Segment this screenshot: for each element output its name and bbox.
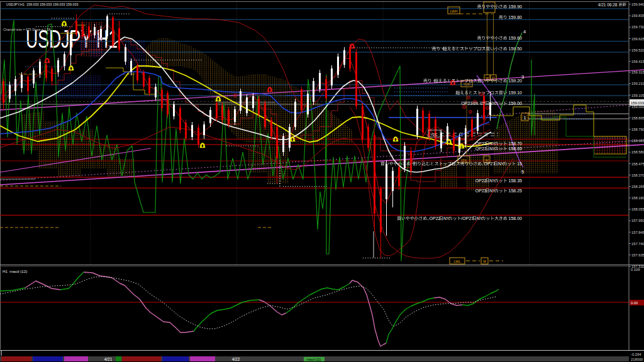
svg-text:NY: NY xyxy=(489,101,496,106)
svg-text:USDJPY,H1 159.033 159.033 159: USDJPY,H1 159.033 159.033 159.033 159.03… xyxy=(6,3,78,6)
svg-text:159.033: 159.033 xyxy=(631,101,644,105)
svg-text:YDL: YDL xyxy=(460,158,467,162)
svg-text:159.835: 159.835 xyxy=(631,14,644,18)
svg-text:0.109: 0.109 xyxy=(631,268,640,272)
svg-text:H1 macd (12): H1 macd (12) xyxy=(3,269,27,273)
svg-text:159.90: 159.90 xyxy=(508,4,522,9)
svg-text:159.10: 159.10 xyxy=(508,90,522,95)
svg-text:NY: NY xyxy=(489,146,496,151)
svg-text:4/21: 4/21 xyxy=(104,357,113,361)
svg-text:159.105: 159.105 xyxy=(631,94,644,97)
svg-text:158.00: 158.00 xyxy=(508,216,522,221)
svg-text:NY: NY xyxy=(489,189,496,193)
svg-text:218000: 218000 xyxy=(631,358,643,361)
svg-text:158.685: 158.685 xyxy=(631,139,644,143)
svg-text:-0.294: -0.294 xyxy=(631,353,641,356)
svg-text:158.25: 158.25 xyxy=(508,189,522,193)
svg-text:159.520: 159.520 xyxy=(631,48,644,52)
svg-text:157.740: 157.740 xyxy=(631,242,644,246)
svg-text:M: M xyxy=(483,260,486,263)
svg-text:OP27: OP27 xyxy=(475,146,487,151)
svg-text:OP22: OP22 xyxy=(475,141,487,146)
svg-text:4/22: 4/22 xyxy=(232,357,240,361)
svg-text:159.625: 159.625 xyxy=(631,37,644,41)
svg-text:OP27: OP27 xyxy=(484,162,495,166)
svg-text:0.00: 0.00 xyxy=(631,301,638,305)
svg-text:5: 5 xyxy=(521,169,524,175)
svg-text:27: 27 xyxy=(480,101,486,106)
svg-text:159.20: 159.20 xyxy=(508,79,522,83)
svg-text:158.580: 158.580 xyxy=(631,150,644,154)
svg-text:LWH: LWH xyxy=(450,9,458,13)
svg-text:NY: NY xyxy=(489,141,496,146)
svg-text:W: W xyxy=(486,76,489,80)
svg-text:YDH: YDH xyxy=(463,82,470,86)
svg-text:157.635: 157.635 xyxy=(631,253,644,257)
svg-text:OP23: OP23 xyxy=(461,101,472,106)
svg-text:Channel size = 675 Slope = 1.5: Channel size = 675 Slope = 1.58 xyxy=(3,28,50,31)
svg-text:158.70: 158.70 xyxy=(508,141,522,146)
svg-text:157.950: 157.950 xyxy=(631,219,644,222)
svg-text:NY: NY xyxy=(443,216,450,221)
svg-text:NY: NY xyxy=(489,178,496,183)
svg-text:158.790: 158.790 xyxy=(631,128,644,131)
svg-text:159.60: 159.60 xyxy=(508,36,522,40)
svg-text:159.210: 159.210 xyxy=(631,82,644,85)
svg-text:macd (12): macd (12) xyxy=(307,358,321,361)
svg-text:LWL: LWL xyxy=(454,260,461,263)
svg-text:/OP27: /OP27 xyxy=(461,216,474,221)
svg-text:OP23: OP23 xyxy=(475,189,487,193)
svg-text:OP22: OP22 xyxy=(475,178,487,183)
svg-text:159.315: 159.315 xyxy=(631,70,644,74)
svg-text:NY: NY xyxy=(477,216,483,221)
svg-text:158.475: 158.475 xyxy=(631,162,644,166)
svg-text:158.65: 158.65 xyxy=(508,146,522,151)
svg-text:159.50: 159.50 xyxy=(508,47,522,51)
svg-text:NY: NY xyxy=(498,162,504,166)
svg-text:159.940: 159.940 xyxy=(631,3,644,6)
svg-text:4/21 06:28: 4/21 06:28 xyxy=(598,3,619,7)
svg-text:15: 15 xyxy=(516,162,522,166)
svg-text:159.00: 159.00 xyxy=(508,101,522,106)
svg-text:159.80: 159.80 xyxy=(508,15,522,19)
svg-text:YDC: YDC xyxy=(430,133,438,136)
svg-text:4: 4 xyxy=(523,29,526,35)
svg-text:158.160: 158.160 xyxy=(631,196,644,200)
svg-text:158.35: 158.35 xyxy=(508,178,522,183)
svg-text:1: 1 xyxy=(523,115,526,121)
svg-text:158.055: 158.055 xyxy=(631,207,644,211)
svg-text:24: 24 xyxy=(473,101,478,106)
svg-text:OP22: OP22 xyxy=(430,216,441,221)
svg-text:159.415: 159.415 xyxy=(631,60,644,63)
svg-text:159.730: 159.730 xyxy=(631,25,644,29)
svg-text:158.265: 158.265 xyxy=(631,185,644,189)
svg-text:158.895: 158.895 xyxy=(631,116,644,120)
svg-text:157.845: 157.845 xyxy=(631,231,644,234)
svg-text:158.370: 158.370 xyxy=(631,173,644,177)
